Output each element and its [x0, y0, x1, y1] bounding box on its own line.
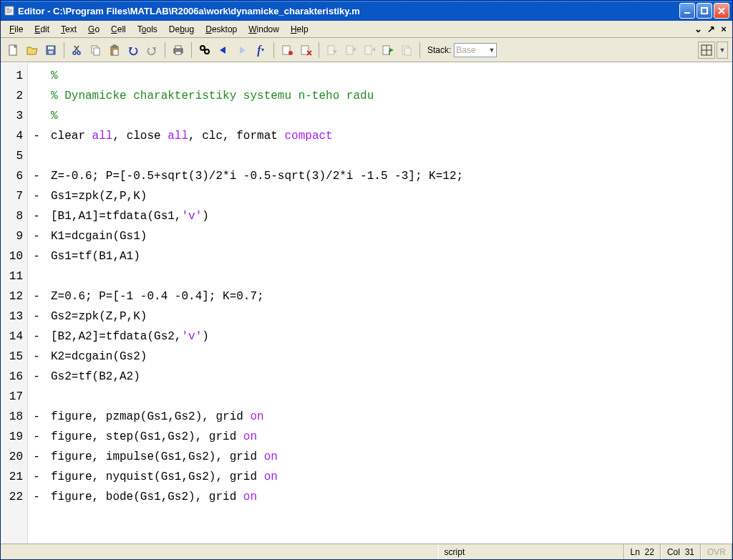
code-line[interactable]: %	[51, 106, 732, 126]
exec-marker: -	[28, 286, 45, 306]
line-number[interactable]: 6	[1, 166, 27, 186]
code-line[interactable]: %	[51, 66, 732, 86]
line-number[interactable]: 2	[1, 86, 27, 106]
editor-window: Editor - C:\Program Files\MATLAB\R2006a\…	[0, 0, 733, 560]
line-number[interactable]: 8	[1, 206, 27, 226]
status-ovr: OVR	[701, 544, 732, 559]
code-line[interactable]: Z=0.6; P=[-1 -0.4 -0.4]; K=0.7;	[51, 286, 732, 306]
code-line[interactable]: figure, nyquist(Gs1,Gs2), grid on	[51, 467, 732, 487]
copy-icon[interactable]	[87, 42, 105, 59]
code-line[interactable]: Gs1=tf(B1,A1)	[51, 246, 732, 266]
step-in-icon[interactable]	[342, 42, 359, 59]
editor-area[interactable]: 12345678910111213141516171819202122 ----…	[1, 62, 732, 544]
menu-desktop[interactable]: Desktop	[200, 23, 243, 36]
code-line[interactable]: [B1,A1]=tfdata(Gs1,'v')	[51, 206, 732, 226]
menu-tools[interactable]: Tools	[132, 23, 163, 36]
menu-edit[interactable]: Edit	[29, 23, 55, 36]
step-out-icon[interactable]	[361, 42, 378, 59]
line-number[interactable]: 19	[1, 427, 27, 447]
code-line[interactable]	[51, 387, 732, 407]
continue-icon[interactable]	[379, 42, 397, 59]
menu-window[interactable]: Window	[243, 23, 285, 36]
code-line[interactable]: figure, bode(Gs1,Gs2), grid on	[51, 487, 732, 507]
code-line[interactable]: figure, impulse(Gs1,Gs2), grid on	[51, 447, 732, 467]
exit-debug-icon[interactable]	[398, 42, 415, 59]
stack-select[interactable]: Base ▼	[454, 43, 497, 57]
menu-go[interactable]: Go	[82, 23, 105, 36]
line-number[interactable]: 16	[1, 367, 27, 387]
exec-marker: -	[28, 447, 45, 467]
tile-dropdown-icon[interactable]: ▼	[717, 42, 728, 59]
svg-rect-28	[175, 52, 181, 54]
code-content[interactable]: %% Dynamicke charakteristiky systemu n-t…	[45, 63, 732, 544]
back-icon[interactable]	[215, 42, 232, 59]
menu-help[interactable]: Help	[285, 23, 314, 36]
line-number[interactable]: 15	[1, 347, 27, 367]
maximize-button[interactable]	[696, 3, 712, 19]
undock-icon[interactable]: ↗	[705, 24, 717, 35]
code-line[interactable]: K2=dcgain(Gs2)	[51, 347, 732, 367]
function-icon[interactable]: f▾	[252, 42, 269, 59]
code-line[interactable]: figure, step(Gs1,Gs2), grid on	[51, 427, 732, 447]
line-number[interactable]: 22	[1, 487, 27, 507]
line-number[interactable]: 12	[1, 286, 27, 306]
code-line[interactable]	[51, 266, 732, 286]
line-number[interactable]: 17	[1, 387, 27, 407]
line-number[interactable]: 13	[1, 306, 27, 327]
line-number[interactable]: 21	[1, 467, 27, 487]
line-number[interactable]: 3	[1, 106, 27, 126]
close-button[interactable]	[714, 3, 729, 19]
code-line[interactable]: Gs2=zpk(Z,P,K)	[51, 306, 732, 327]
code-line[interactable]: % Dynamicke charakteristiky systemu n-te…	[51, 86, 732, 106]
code-line[interactable]: figure, pzmap(Gs1,Gs2), grid on	[51, 407, 732, 427]
undo-icon[interactable]	[125, 42, 142, 59]
svg-line-31	[204, 49, 205, 50]
exec-marker-column[interactable]: ----------------	[28, 63, 45, 544]
line-number[interactable]: 7	[1, 186, 27, 206]
code-line[interactable]: Z=-0.6; P=[-0.5+sqrt(3)/2*i -0.5-sqrt(3)…	[51, 166, 732, 186]
exec-marker: -	[28, 327, 45, 347]
line-number[interactable]: 11	[1, 266, 27, 286]
svg-rect-14	[49, 51, 53, 54]
open-file-icon[interactable]	[24, 42, 41, 59]
svg-rect-41	[346, 46, 353, 54]
print-icon[interactable]	[170, 42, 187, 59]
code-line[interactable]: clear all, close all, clc, format compac…	[51, 126, 732, 146]
menu-file[interactable]: File	[4, 23, 29, 36]
line-number[interactable]: 10	[1, 246, 27, 266]
code-line[interactable]: Gs2=tf(B2,A2)	[51, 367, 732, 387]
menu-cell[interactable]: Cell	[105, 23, 132, 36]
code-line[interactable]	[51, 146, 732, 166]
save-icon[interactable]	[42, 42, 59, 59]
line-number[interactable]: 14	[1, 327, 27, 347]
chevron-down-icon: ▼	[488, 47, 495, 54]
clear-breakpoint-icon[interactable]	[297, 42, 314, 59]
exec-marker: -	[28, 347, 45, 367]
set-breakpoint-icon[interactable]	[278, 42, 296, 59]
new-file-icon[interactable]	[5, 42, 22, 59]
minimize-pane-icon[interactable]: ⌄	[692, 24, 704, 35]
find-icon[interactable]	[196, 42, 213, 59]
code-line[interactable]: Gs1=zpk(Z,P,K)	[51, 186, 732, 206]
line-number[interactable]: 5	[1, 146, 27, 166]
line-number[interactable]: 9	[1, 226, 27, 246]
step-icon[interactable]	[324, 42, 341, 59]
menu-text[interactable]: Text	[55, 23, 82, 36]
paste-icon[interactable]	[106, 42, 123, 59]
line-number[interactable]: 18	[1, 407, 27, 427]
menu-debug[interactable]: Debug	[163, 23, 200, 36]
exec-marker	[28, 86, 45, 106]
line-number[interactable]: 1	[1, 66, 27, 86]
close-doc-icon[interactable]: ×	[718, 24, 729, 35]
forward-icon[interactable]	[233, 42, 251, 59]
code-line[interactable]: [B2,A2]=tfdata(Gs2,'v')	[51, 327, 732, 347]
code-line[interactable]: K1=dcgain(Gs1)	[51, 226, 732, 246]
line-number[interactable]: 4	[1, 126, 27, 146]
line-number[interactable]: 20	[1, 447, 27, 467]
line-number-gutter[interactable]: 12345678910111213141516171819202122	[1, 63, 28, 544]
redo-icon[interactable]	[143, 42, 160, 59]
tile-icon[interactable]	[698, 42, 715, 59]
cut-icon[interactable]	[69, 42, 86, 59]
minimize-button[interactable]	[679, 3, 695, 19]
titlebar[interactable]: Editor - C:\Program Files\MATLAB\R2006a\…	[1, 1, 732, 21]
